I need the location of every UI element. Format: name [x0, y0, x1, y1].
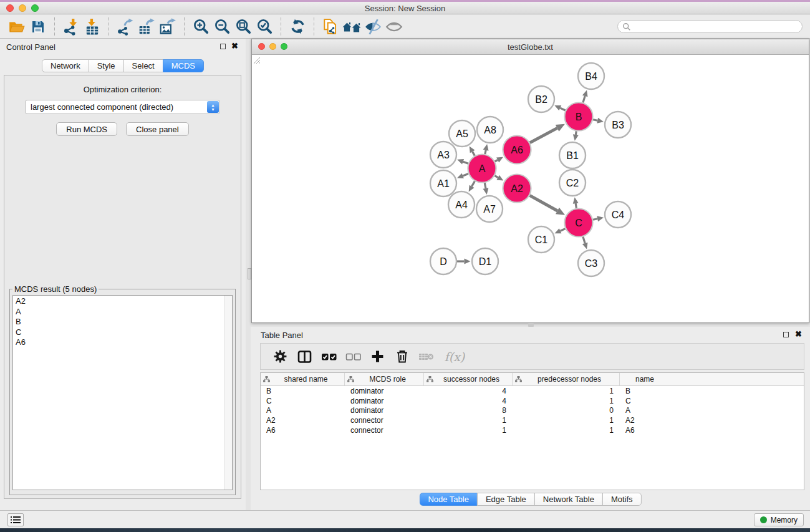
- tab-style[interactable]: Style: [89, 59, 124, 72]
- graph-node-C3[interactable]: C3: [578, 250, 604, 276]
- criterion-select[interactable]: largest connected component (directed) ▲…: [25, 100, 220, 114]
- graph-edge-A-A5[interactable]: [473, 152, 475, 156]
- tab-mcds[interactable]: MCDS: [163, 59, 204, 72]
- graph-edge-A2-C[interactable]: [530, 195, 557, 211]
- show-column-panel-icon[interactable]: [292, 346, 317, 367]
- tab-select[interactable]: Select: [123, 59, 163, 72]
- graph-edge-B-B1[interactable]: [576, 131, 576, 135]
- network-window-titlebar[interactable]: testGlobe.txt: [252, 39, 809, 55]
- export-image-icon[interactable]: [157, 17, 178, 36]
- tab-edge-table[interactable]: Edge Table: [477, 493, 535, 506]
- delete-column-trash-icon[interactable]: [390, 346, 414, 367]
- zoom-selected-icon[interactable]: [254, 17, 275, 36]
- graph-node-A6[interactable]: A6: [503, 136, 531, 164]
- run-mcds-button[interactable]: Run MCDS: [56, 122, 117, 136]
- column-header-name[interactable]: name: [620, 373, 670, 385]
- float-table-panel-icon[interactable]: [783, 332, 789, 337]
- close-panel-icon[interactable]: ✖: [231, 41, 238, 51]
- graph-edge-A-A3[interactable]: [463, 162, 468, 163]
- graph-edge-A-A1[interactable]: [463, 173, 468, 175]
- graph-edge-A-A2[interactable]: [494, 176, 498, 178]
- table-settings-gear-icon[interactable]: [268, 346, 292, 367]
- table-row[interactable]: Adominator80A: [261, 406, 804, 416]
- import-table-icon[interactable]: [82, 17, 103, 36]
- unselect-all-columns-icon[interactable]: [341, 346, 365, 367]
- graph-edge-B-B3[interactable]: [593, 120, 597, 120]
- mcds-result-item[interactable]: A: [13, 306, 232, 317]
- mcds-result-item[interactable]: A2: [13, 296, 232, 306]
- tab-network-table[interactable]: Network Table: [534, 493, 603, 506]
- graph-edge-C-C2[interactable]: [576, 203, 576, 208]
- graph-node-A7[interactable]: A7: [476, 196, 503, 222]
- delete-table-icon[interactable]: [414, 346, 438, 367]
- search-input[interactable]: [631, 21, 802, 32]
- graph-edge-C-C1[interactable]: [561, 229, 566, 231]
- table-row[interactable]: Bdominator41B: [261, 386, 804, 396]
- search-field[interactable]: [617, 20, 803, 33]
- show-all-eye-icon[interactable]: [383, 17, 405, 36]
- graph-node-C1[interactable]: C1: [528, 226, 554, 253]
- function-builder-icon[interactable]: f(x): [438, 346, 471, 367]
- graph-node-A5[interactable]: A5: [449, 120, 475, 147]
- graph-node-C[interactable]: C: [565, 209, 593, 237]
- close-table-panel-icon[interactable]: ✖: [795, 329, 802, 339]
- graph-edge-C-C4[interactable]: [593, 219, 597, 220]
- zoom-out-icon[interactable]: [211, 17, 233, 36]
- graph-edge-A6-B[interactable]: [530, 128, 557, 143]
- close-panel-button[interactable]: Close panel: [126, 122, 189, 136]
- mcds-result-item[interactable]: A6: [13, 337, 232, 347]
- graph-node-B3[interactable]: B3: [605, 112, 631, 138]
- tab-motifs[interactable]: Motifs: [602, 493, 642, 506]
- graph-node-D1[interactable]: D1: [472, 248, 498, 274]
- graph-node-A4[interactable]: A4: [448, 191, 475, 218]
- graph-node-A8[interactable]: A8: [477, 117, 503, 143]
- graph-node-A1[interactable]: A1: [430, 170, 456, 196]
- network-canvas[interactable]: B4B2BB3A5A8A6B1A3AA1C2A2A4A7C4CC1C3DD1: [252, 56, 809, 322]
- export-table-icon[interactable]: [136, 17, 157, 36]
- graph-node-B4[interactable]: B4: [578, 63, 604, 89]
- graph-node-A[interactable]: A: [468, 155, 496, 183]
- graph-edge-C-C3[interactable]: [583, 236, 585, 243]
- task-history-list-icon[interactable]: [7, 513, 24, 526]
- select-all-columns-icon[interactable]: [317, 346, 341, 367]
- mcds-result-item[interactable]: C: [13, 327, 232, 337]
- graph-edge-B-B4[interactable]: [583, 96, 585, 103]
- graph-edge-A-A8[interactable]: [485, 150, 486, 154]
- memory-button[interactable]: Memory: [754, 513, 804, 526]
- graph-node-B2[interactable]: B2: [528, 86, 554, 112]
- graph-node-C4[interactable]: C4: [605, 201, 631, 228]
- save-session-icon[interactable]: [27, 17, 49, 36]
- import-network-icon[interactable]: [60, 17, 82, 36]
- column-header-shared-name[interactable]: shared name: [261, 373, 345, 385]
- resize-grip-icon[interactable]: [252, 56, 261, 64]
- hide-selected-icon[interactable]: [362, 17, 383, 36]
- graph-node-D[interactable]: D: [430, 248, 456, 274]
- graph-node-A2[interactable]: A2: [503, 175, 531, 203]
- graph-node-B[interactable]: B: [565, 103, 593, 131]
- open-session-icon[interactable]: [6, 17, 27, 36]
- zoom-in-icon[interactable]: [190, 17, 211, 36]
- table-row[interactable]: A2connector11A2: [261, 415, 804, 425]
- zoom-fit-icon[interactable]: [233, 17, 254, 36]
- result-list-scrollbar[interactable]: [224, 296, 232, 490]
- duplicate-network-icon[interactable]: [320, 17, 341, 36]
- column-header-predecessor-nodes[interactable]: predecessor nodes: [513, 373, 620, 385]
- column-header-successor-nodes[interactable]: successor nodes: [424, 373, 513, 385]
- float-panel-icon[interactable]: [220, 44, 226, 49]
- graph-edge-A-A7[interactable]: [485, 183, 486, 188]
- graph-node-B1[interactable]: B1: [559, 142, 586, 168]
- table-row[interactable]: A6connector11A6: [261, 425, 804, 435]
- refresh-icon[interactable]: [287, 17, 308, 36]
- graph-node-C2[interactable]: C2: [559, 170, 586, 196]
- create-column-plus-icon[interactable]: [365, 346, 390, 367]
- mcds-result-item[interactable]: B: [13, 316, 232, 327]
- graph-edge-A-A6[interactable]: [495, 160, 498, 162]
- tab-node-table[interactable]: Node Table: [419, 493, 478, 506]
- tab-network[interactable]: Network: [42, 59, 89, 72]
- graph-node-A3[interactable]: A3: [430, 142, 456, 168]
- table-row[interactable]: Cdominator41C: [261, 396, 804, 406]
- graph-edge-B-B2[interactable]: [560, 108, 565, 110]
- column-header-MCDS-role[interactable]: MCDS role: [345, 373, 424, 385]
- export-network-icon[interactable]: [115, 17, 136, 36]
- graph-edge-A-A4[interactable]: [472, 181, 475, 186]
